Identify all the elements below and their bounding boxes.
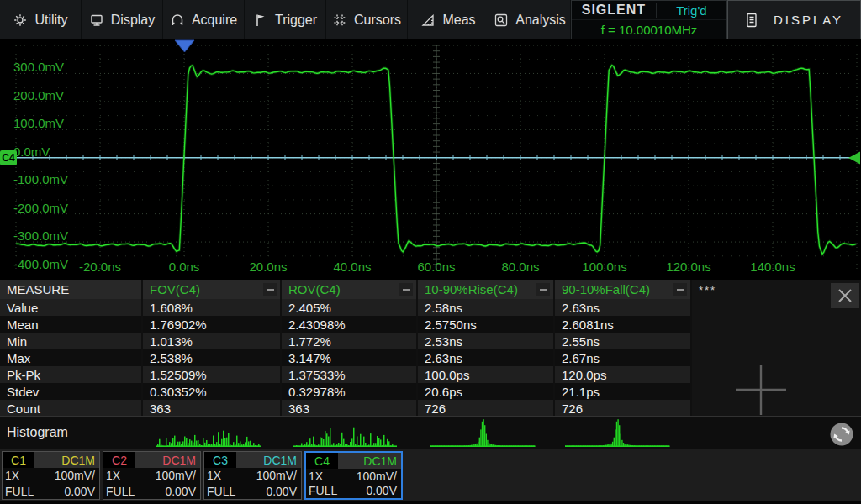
stat-value: 2.405% xyxy=(282,299,418,316)
menu-item-label: Display xyxy=(111,13,155,28)
brand-logo: SIGLENT xyxy=(572,3,657,18)
stat-value: 726 xyxy=(418,400,555,417)
remove-measurement-button[interactable] xyxy=(673,283,687,296)
menu-item-cursors[interactable]: Cursors xyxy=(326,0,408,39)
stat-value: 726 xyxy=(555,400,692,417)
channel-box-c2[interactable]: C2DC1M 1X100mV/ FULL0.00V xyxy=(103,451,201,500)
menu-item-display[interactable]: Display xyxy=(82,0,163,39)
channel-offset: 0.00V xyxy=(165,485,196,498)
measure-row-mean: Mean 1.76902% 2.43098% 2.5750ns 2.6081ns xyxy=(0,316,692,333)
remove-measurement-button[interactable] xyxy=(263,283,277,296)
graticule-and-trace xyxy=(16,45,857,270)
channel-offset: 0.00V xyxy=(366,484,397,497)
histogram-plots xyxy=(0,417,861,449)
stat-value: 2.63ns xyxy=(418,349,555,366)
measure-row-stdev: Stdev 0.30352% 0.32978% 20.6ps 21.1ps xyxy=(0,383,692,400)
empty-measure-slot-label: *** xyxy=(699,284,716,297)
x-axis-label: -20.0ns xyxy=(66,260,134,274)
channel-label: C3 xyxy=(204,452,236,468)
close-measure-panel-button[interactable] xyxy=(831,283,859,308)
stat-value: 2.63ns xyxy=(555,299,692,316)
channel-bandwidth: FULL xyxy=(309,484,337,497)
y-axis-label: 300.0mV xyxy=(13,60,64,74)
stat-value: 2.55ns xyxy=(555,333,692,349)
stat-value: 1.76902% xyxy=(143,316,282,333)
histogram-label: Histogram xyxy=(7,425,68,440)
trigger-level-marker[interactable] xyxy=(848,152,860,165)
trigger-position-marker[interactable] xyxy=(175,40,194,52)
display-button-label: DISPLAY xyxy=(774,13,843,27)
histogram-strip: Histogram xyxy=(0,416,861,449)
channel-offset: 0.00V xyxy=(64,485,95,498)
stat-value: 1.608% xyxy=(143,299,282,316)
stat-value: 2.67ns xyxy=(555,349,692,366)
screen-bottom-edge xyxy=(0,501,861,504)
menu-item-trigger[interactable]: Trigger xyxy=(245,0,326,39)
stat-value: 2.43098% xyxy=(282,316,418,333)
flag-icon xyxy=(253,13,268,28)
menu-item-meas[interactable]: Meas xyxy=(408,0,489,39)
menu-item-label: Trigger xyxy=(275,13,317,28)
measure-column-header: ROV(C4) xyxy=(288,282,341,297)
frequency-readout: f = 10.00010MHz xyxy=(572,19,726,39)
channel-scale: 100mV/ xyxy=(55,469,95,482)
clipboard-icon xyxy=(745,12,758,29)
measure-table: MEASURE FOV(C4) ROV(C4) 10-90%Rise(C4) 9… xyxy=(0,280,692,417)
channel-coupling: DC1M xyxy=(34,452,99,468)
channel-bandwidth: FULL xyxy=(5,485,34,498)
measure-header-row: MEASURE FOV(C4) ROV(C4) 10-90%Rise(C4) 9… xyxy=(0,280,692,299)
stat-value: 2.538% xyxy=(143,349,282,366)
menu-item-analysis[interactable]: Analysis xyxy=(489,0,571,39)
measure-panel: MEASURE FOV(C4) ROV(C4) 10-90%Rise(C4) 9… xyxy=(0,279,861,448)
cursors-icon xyxy=(332,13,347,28)
x-axis-label: 20.0ns xyxy=(235,260,302,274)
x-axis-label: 0.0ns xyxy=(151,260,218,274)
top-menu-bar: Utility Display Acquire Trigger Cursors … xyxy=(0,0,861,39)
close-icon xyxy=(831,283,859,308)
y-axis-label: -100.0mV xyxy=(13,172,68,186)
channel-bandwidth: FULL xyxy=(207,485,235,498)
channel-box-c3[interactable]: C3DC1M 1X100mV/ FULL0.00V xyxy=(203,451,302,500)
measure-row-value: Value 1.608% 2.405% 2.58ns 2.63ns xyxy=(0,299,692,316)
channel-coupling: DC1M xyxy=(135,452,200,468)
x-axis-label: 100.0ns xyxy=(571,260,638,274)
x-axis-label: 40.0ns xyxy=(319,260,386,274)
y-axis-label: -200.0mV xyxy=(13,201,68,215)
measure-row-max: Max 2.538% 3.147% 2.63ns 2.67ns xyxy=(0,349,692,366)
x-axis-label: 80.0ns xyxy=(487,260,554,274)
menu-item-acquire[interactable]: Acquire xyxy=(163,0,245,39)
oscilloscope-screen: Utility Display Acquire Trigger Cursors … xyxy=(0,0,861,504)
stat-value: 120.0ps xyxy=(555,366,692,383)
stat-value: 363 xyxy=(282,400,418,417)
menu-item-label: Cursors xyxy=(354,13,401,28)
stat-label: Pk-Pk xyxy=(0,366,143,383)
stat-value: 100.0ps xyxy=(418,366,555,383)
channel-attenuation: 1X xyxy=(309,470,323,483)
measure-title: MEASURE xyxy=(0,280,143,299)
channel-attenuation: 1X xyxy=(5,469,19,482)
menu-item-label: Meas xyxy=(442,13,475,28)
channel-offset-marker-c4[interactable]: C4 xyxy=(0,150,17,165)
stat-value: 2.53ns xyxy=(418,333,555,349)
waveform-display[interactable] xyxy=(0,39,861,279)
stat-label: Stdev xyxy=(0,383,143,400)
channel-box-c1[interactable]: C1DC1M 1X100mV/ FULL0.00V xyxy=(2,451,100,500)
stat-value: 2.5750ns xyxy=(418,316,555,333)
channel-box-c4[interactable]: C4DC1M 1X100mV/ FULL0.00V xyxy=(304,451,403,500)
remove-measurement-button[interactable] xyxy=(399,283,413,296)
channel-coupling: DC1M xyxy=(236,452,301,468)
menu-item-utility[interactable]: Utility xyxy=(0,0,82,39)
acquire-icon xyxy=(170,13,185,28)
stat-value: 1.37533% xyxy=(282,366,418,383)
stat-label: Count xyxy=(0,400,143,417)
stat-value: 1.013% xyxy=(143,333,282,349)
monitor-icon xyxy=(89,13,104,28)
channel-attenuation: 1X xyxy=(207,469,221,482)
channel-attenuation: 1X xyxy=(106,469,120,482)
y-axis-label: 100.0mV xyxy=(13,116,64,130)
display-settings-button[interactable]: DISPLAY xyxy=(727,0,861,39)
remove-measurement-button[interactable] xyxy=(536,283,550,296)
reset-statistics-button[interactable] xyxy=(829,422,854,447)
menu-item-label: Acquire xyxy=(192,13,237,28)
measure-row-pkpk: Pk-Pk 1.52509% 1.37533% 100.0ps 120.0ps xyxy=(0,366,692,383)
